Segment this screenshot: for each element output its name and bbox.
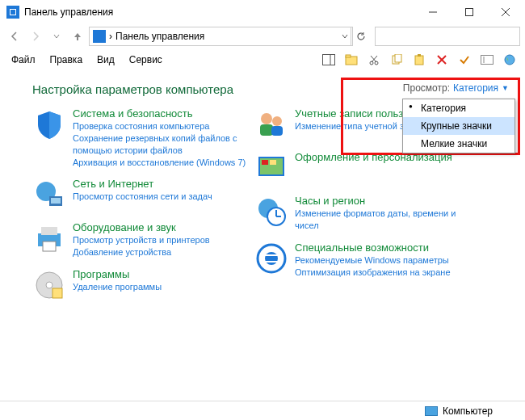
category-link[interactable]: Сохранение резервных копий файлов с помо… (73, 132, 246, 157)
minimize-button[interactable] (414, 0, 451, 24)
maximize-button[interactable] (451, 0, 487, 24)
svg-rect-19 (415, 56, 423, 65)
category-clock-region: Часы и регион Изменение форматов даты, в… (254, 195, 468, 232)
category-link[interactable]: Изменение типа учетной за (295, 120, 409, 132)
printer-icon (32, 221, 66, 255)
paste-icon[interactable] (409, 50, 430, 69)
svg-rect-23 (481, 56, 494, 65)
category-title[interactable]: Программы (73, 268, 162, 280)
content-area: Настройка параметров компьютера Просмотр… (0, 71, 525, 401)
view-by-control: Просмотр: Категория ▼ (403, 82, 509, 94)
category-link[interactable]: Архивация и восстановление (Windows 7) (73, 157, 246, 169)
svg-point-25 (505, 55, 514, 65)
window-title: Панель управления (24, 6, 414, 18)
control-panel-icon (93, 30, 106, 43)
search-box[interactable] (375, 27, 520, 46)
svg-rect-20 (418, 54, 421, 57)
close-button[interactable] (487, 0, 523, 24)
category-title[interactable]: Специальные возможности (295, 242, 451, 254)
svg-point-37 (272, 116, 282, 126)
titlebar: Панель управления (0, 0, 525, 24)
menu-tools[interactable]: Сервис (123, 51, 169, 69)
svg-rect-42 (270, 160, 276, 165)
dropdown-option-small-icons[interactable]: Мелкие значки (403, 135, 514, 153)
up-button[interactable] (68, 27, 87, 46)
personalization-icon (254, 151, 288, 185)
category-link[interactable]: Изменение форматов даты, времени и чисел (295, 208, 468, 232)
refresh-button[interactable] (351, 27, 370, 46)
app-icon (6, 6, 19, 19)
breadcrumb-sep: › (109, 31, 112, 42)
computer-icon (425, 406, 438, 416)
address-input[interactable] (116, 31, 338, 42)
category-title[interactable]: Сеть и Интернет (73, 178, 212, 190)
svg-point-35 (261, 113, 272, 124)
category-accessibility: Специальные возможности Рекомендуемые Wi… (254, 242, 468, 279)
svg-rect-8 (95, 32, 103, 40)
disc-icon (32, 268, 66, 302)
copy-icon[interactable] (386, 50, 407, 69)
category-link[interactable]: Рекомендуемые Windows параметры (295, 254, 451, 267)
chevron-down-icon[interactable] (341, 32, 349, 40)
menu-file[interactable]: Файл (5, 51, 42, 69)
category-column-left: Система и безопасность Проверка состояни… (32, 107, 246, 302)
status-text: Компьютер (443, 405, 493, 417)
svg-rect-4 (465, 9, 472, 16)
category-title[interactable]: Учетные записи польз (295, 107, 409, 120)
svg-rect-28 (51, 198, 61, 204)
category-title[interactable]: Система и безопасность (73, 107, 246, 120)
category-link[interactable]: Просмотр устройств и принтеров (73, 234, 210, 246)
shield-icon (32, 107, 66, 141)
category-system-security: Система и безопасность Проверка состояни… (32, 107, 246, 168)
svg-point-33 (46, 282, 52, 288)
view-by-value[interactable]: Категория (453, 82, 498, 94)
category-link[interactable]: Добавление устройства (73, 246, 210, 258)
category-link[interactable]: Просмотр состояния сети и задач (73, 191, 212, 203)
svg-point-48 (265, 252, 278, 265)
navbar: › (0, 24, 525, 48)
menu-edit[interactable]: Правка (44, 51, 90, 69)
forward-button[interactable] (26, 27, 45, 46)
svg-rect-2 (10, 10, 15, 15)
chevron-down-icon[interactable]: ▼ (502, 84, 509, 92)
category-programs: Программы Удаление программы (32, 268, 246, 302)
globe-icon[interactable] (499, 50, 520, 69)
category-appearance: Оформление и персонализация (254, 151, 468, 185)
statusbar: Компьютер (0, 401, 525, 420)
svg-rect-30 (41, 227, 57, 235)
back-button[interactable] (5, 27, 24, 46)
svg-rect-31 (43, 242, 56, 251)
category-link[interactable]: Удаление программы (73, 281, 162, 293)
category-title[interactable]: Оборудование и звук (73, 221, 210, 233)
category-hardware: Оборудование и звук Просмотр устройств и… (32, 221, 246, 258)
accessibility-icon (254, 242, 288, 275)
category-link[interactable]: Проверка состояния компьютера (73, 120, 246, 132)
cut-icon[interactable] (363, 50, 384, 69)
menu-view[interactable]: Вид (90, 51, 121, 69)
dropdown-option-large-icons[interactable]: Крупные значки (403, 117, 514, 135)
delete-icon[interactable] (431, 50, 452, 69)
preview-pane-icon[interactable] (318, 50, 339, 69)
address-bar[interactable]: › (89, 27, 353, 46)
clock-globe-icon (254, 195, 288, 229)
svg-rect-9 (323, 55, 335, 65)
svg-rect-12 (346, 55, 351, 57)
rename-icon[interactable] (477, 50, 498, 69)
svg-rect-34 (52, 288, 62, 298)
view-by-dropdown[interactable]: Категория Крупные значки Мелкие значки (402, 99, 515, 153)
folder-options-icon[interactable] (341, 50, 362, 69)
svg-rect-36 (260, 124, 273, 136)
globe-network-icon (32, 178, 66, 212)
category-title[interactable]: Часы и регион (295, 195, 468, 207)
category-network: Сеть и Интернет Просмотр состояния сети … (32, 178, 246, 212)
search-input[interactable] (376, 27, 519, 45)
svg-rect-41 (262, 160, 268, 165)
view-by-label: Просмотр: (403, 82, 450, 94)
category-link[interactable]: Оптимизация изображения на экране (295, 267, 451, 279)
dropdown-option-category[interactable]: Категория (403, 99, 514, 117)
recent-dropdown[interactable] (47, 27, 66, 46)
menubar: Файл Правка Вид Сервис (0, 48, 525, 71)
svg-rect-38 (271, 126, 283, 136)
check-icon[interactable] (454, 50, 475, 69)
svg-rect-18 (395, 54, 401, 62)
